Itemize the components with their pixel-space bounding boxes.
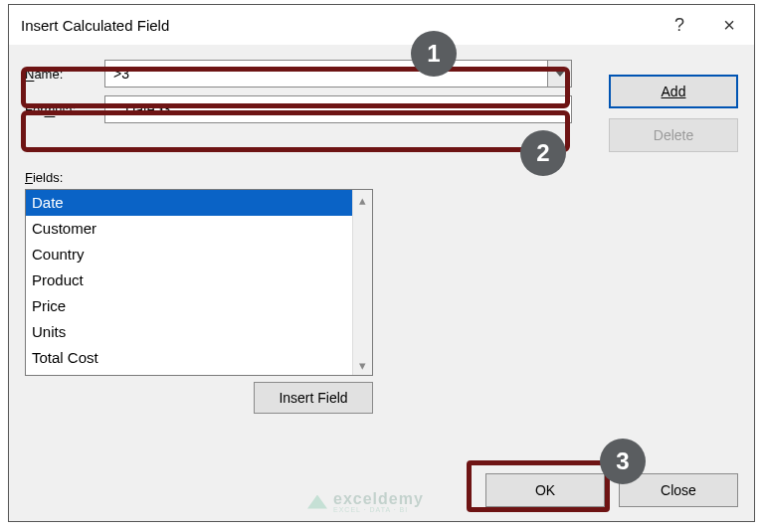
fields-listbox[interactable]: Date Customer Country Product Price Unit… [25, 189, 373, 376]
formula-input[interactable] [104, 95, 572, 123]
list-item[interactable]: Country [26, 242, 352, 267]
list-item[interactable]: Price [26, 293, 352, 319]
name-row: Name: [25, 59, 572, 89]
watermark-text: exceldemy [333, 490, 424, 508]
fields-label: Fields: [25, 170, 373, 185]
form-area: Name: Formula: [25, 59, 572, 124]
formula-row: Formula: [25, 94, 572, 124]
scroll-up-icon[interactable]: ▴ [353, 190, 372, 210]
list-item[interactable]: Date [26, 190, 352, 216]
list-item[interactable]: Customer [26, 216, 352, 242]
formula-label: Formula: [25, 102, 104, 117]
window-close-button[interactable]: × [704, 5, 754, 45]
dialog-title: Insert Calculated Field [21, 17, 655, 34]
watermark: exceldemy EXCEL · DATA · BI [307, 490, 424, 513]
watermark-subtext: EXCEL · DATA · BI [333, 506, 424, 513]
delete-button: Delete [609, 118, 738, 152]
help-button[interactable]: ? [655, 5, 704, 45]
scroll-down-icon[interactable]: ▾ [353, 355, 372, 375]
name-input[interactable] [104, 60, 548, 88]
add-button[interactable]: Add [609, 75, 738, 108]
close-button[interactable]: Close [619, 473, 738, 507]
name-label: Name: [25, 67, 104, 82]
fields-listbox-items: Date Customer Country Product Price Unit… [26, 190, 352, 375]
bottom-buttons: OK Close [485, 473, 738, 507]
ok-button[interactable]: OK [485, 473, 605, 507]
scroll-track[interactable] [353, 210, 372, 355]
add-button-label: Add [662, 84, 686, 99]
dialog-window: Insert Calculated Field ? × Name: Formul… [8, 4, 755, 522]
titlebar: Insert Calculated Field ? × [9, 5, 754, 45]
fields-section: Fields: Date Customer Country Product Pr… [25, 170, 373, 414]
listbox-scrollbar[interactable]: ▴ ▾ [352, 190, 372, 375]
name-dropdown-button[interactable] [548, 60, 572, 88]
chevron-down-icon [555, 71, 565, 77]
list-item[interactable]: Product [26, 267, 352, 293]
delete-button-label: Delete [654, 127, 693, 143]
insert-field-button[interactable]: Insert Field [254, 382, 373, 414]
list-item[interactable]: Units [26, 319, 352, 345]
side-buttons: Add Delete [609, 75, 738, 152]
watermark-logo-icon [307, 495, 327, 509]
list-item[interactable]: Total Cost [26, 345, 352, 371]
